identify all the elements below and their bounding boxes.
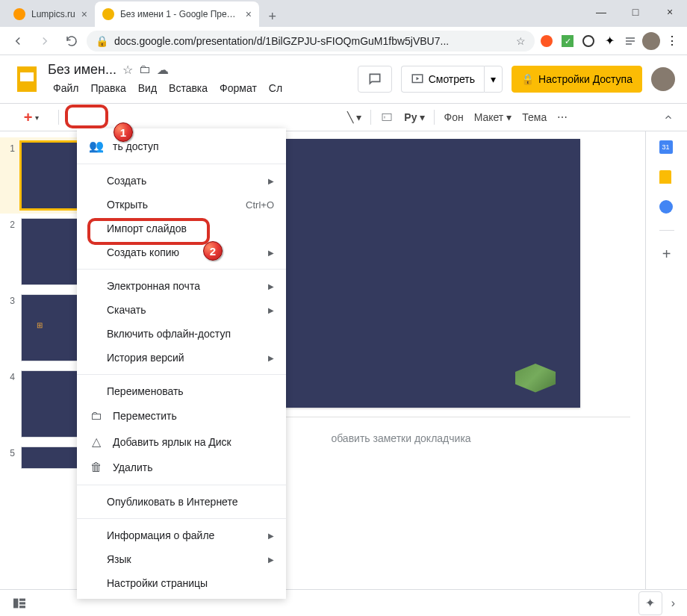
extensions-button[interactable]: ✦ bbox=[600, 32, 618, 50]
menu-version-history[interactable]: История версий ▶ bbox=[77, 346, 286, 370]
comments-button[interactable] bbox=[358, 66, 392, 93]
menu-add-shortcut[interactable]: △ Добавить ярлык на Диск bbox=[77, 429, 286, 455]
close-button[interactable]: × bbox=[653, 0, 687, 24]
browser-tab[interactable]: Lumpics.ru × bbox=[6, 1, 95, 27]
menu-move[interactable]: 🗀 Переместить bbox=[77, 403, 286, 429]
menu-format[interactable]: Формат bbox=[214, 79, 262, 97]
move-icon[interactable]: 🗀 bbox=[139, 63, 151, 76]
url-text: docs.google.com/presentation/d/1BilGZPJU… bbox=[114, 35, 510, 47]
menu-more[interactable]: Сл bbox=[264, 79, 287, 97]
chevron-right-icon: ▶ bbox=[268, 249, 274, 257]
background-button[interactable]: Фон bbox=[439, 108, 467, 126]
forward-button[interactable] bbox=[33, 29, 57, 53]
menu-separator bbox=[77, 374, 286, 375]
slide-number: 4 bbox=[6, 370, 15, 438]
account-avatar[interactable] bbox=[651, 67, 675, 91]
explore-button[interactable]: ✦ bbox=[638, 591, 662, 615]
cloud-icon[interactable]: ☁ bbox=[157, 63, 169, 77]
profile-avatar[interactable] bbox=[642, 32, 660, 50]
extension-icon[interactable]: ✓ bbox=[559, 32, 576, 50]
menu-separator bbox=[77, 164, 286, 164]
menu-button[interactable]: ⋮ bbox=[663, 32, 681, 50]
menu-download[interactable]: Скачать ▶ bbox=[77, 298, 286, 322]
menu-file-info[interactable]: Информация о файле ▶ bbox=[77, 523, 286, 547]
doc-info: Без имен... ☆ 🗀 ☁ Файл Правка Вид Вставк… bbox=[48, 62, 352, 97]
toolbar: +▾ ╲ ▾ Py ▾ Фон Макет ▾ Тема ⋯ bbox=[0, 103, 687, 131]
file-menu-dropdown: 👥 ть доступ Создать ▶ Открыть Ctrl+O Имп… bbox=[77, 128, 286, 599]
keep-icon[interactable] bbox=[659, 170, 674, 185]
menu-insert[interactable]: Вставка bbox=[164, 79, 213, 97]
present-button[interactable]: Смотреть bbox=[401, 66, 484, 93]
menu-language[interactable]: Язык ▶ bbox=[77, 547, 286, 571]
annotation-marker-2: 2 bbox=[203, 241, 223, 261]
menu-delete[interactable]: 🗑 Удалить bbox=[77, 455, 286, 480]
transition-button[interactable]: Py ▾ bbox=[400, 108, 429, 126]
slides-logo-icon[interactable] bbox=[12, 64, 42, 94]
menu-edit[interactable]: Правка bbox=[85, 79, 131, 97]
browser-tab-active[interactable]: Без имени 1 - Google Презента × bbox=[95, 1, 259, 27]
chevron-right-icon[interactable]: › bbox=[671, 597, 675, 610]
star-icon[interactable]: ☆ bbox=[122, 63, 133, 77]
folder-icon: 🗀 bbox=[89, 409, 104, 423]
url-input[interactable]: 🔒 docs.google.com/presentation/d/1BilGZP… bbox=[87, 31, 535, 52]
menu-offline[interactable]: Включить офлайн-доступ bbox=[77, 322, 286, 346]
maximize-button[interactable]: □ bbox=[618, 0, 653, 24]
textbox-tool[interactable] bbox=[376, 108, 398, 127]
reload-button[interactable] bbox=[60, 29, 84, 53]
back-button[interactable] bbox=[6, 29, 30, 53]
share-icon: 👥 bbox=[89, 139, 104, 153]
menu-email[interactable]: Электронная почта ▶ bbox=[77, 274, 286, 298]
minimize-button[interactable]: — bbox=[584, 0, 618, 24]
menu-separator bbox=[77, 485, 286, 485]
favicon-icon bbox=[102, 8, 114, 20]
window-controls: — □ × bbox=[584, 0, 687, 24]
tab-title: Без имени 1 - Google Презента bbox=[120, 9, 240, 19]
reading-list-icon[interactable] bbox=[621, 32, 639, 50]
drive-icon: △ bbox=[89, 435, 104, 449]
doc-title[interactable]: Без имен... bbox=[48, 62, 116, 78]
menu-import-slides[interactable]: Импорт слайдов bbox=[77, 217, 286, 240]
collapse-toolbar[interactable] bbox=[659, 109, 678, 125]
extension-icon[interactable] bbox=[538, 32, 556, 50]
present-dropdown[interactable]: ▾ bbox=[484, 66, 503, 93]
chevron-right-icon: ▶ bbox=[268, 306, 274, 314]
menu-new[interactable]: Создать ▶ bbox=[77, 169, 286, 193]
slide-number: 3 bbox=[6, 294, 15, 361]
share-button[interactable]: 🔒 Настройки Доступа bbox=[512, 66, 642, 93]
menu-view[interactable]: Вид bbox=[133, 79, 162, 97]
add-addon-icon[interactable]: + bbox=[659, 246, 674, 261]
menu-rename[interactable]: Переименовать bbox=[77, 379, 286, 403]
line-tool[interactable]: ╲ ▾ bbox=[343, 108, 366, 126]
menu-publish[interactable]: Опубликовать в Интернете bbox=[77, 490, 286, 514]
svg-rect-3 bbox=[13, 598, 18, 608]
chevron-right-icon: ▶ bbox=[268, 177, 274, 185]
chevron-right-icon: ▶ bbox=[268, 282, 274, 290]
menu-file[interactable]: Файл bbox=[48, 79, 84, 97]
extension-icon[interactable] bbox=[579, 32, 597, 50]
menu-make-copy[interactable]: Создать копию ▶ bbox=[77, 240, 286, 264]
theme-button[interactable]: Тема bbox=[517, 108, 551, 126]
menu-open[interactable]: Открыть Ctrl+O bbox=[77, 193, 286, 217]
star-icon[interactable]: ☆ bbox=[516, 35, 526, 47]
chevron-right-icon: ▶ bbox=[268, 556, 274, 564]
calendar-icon[interactable]: 31 bbox=[659, 140, 674, 155]
svg-rect-4 bbox=[19, 598, 25, 600]
slide-number: 5 bbox=[6, 447, 15, 469]
slide-image[interactable] bbox=[502, 355, 569, 396]
slide-number: 2 bbox=[6, 218, 15, 285]
svg-rect-6 bbox=[19, 606, 25, 608]
new-slide-button[interactable]: +▾ bbox=[9, 106, 54, 128]
menu-page-setup[interactable]: Настройки страницы bbox=[77, 571, 286, 595]
app-header: Без имен... ☆ 🗀 ☁ Файл Правка Вид Вставк… bbox=[0, 55, 687, 103]
tasks-icon[interactable] bbox=[659, 200, 674, 215]
menu-share[interactable]: 👥 ть доступ bbox=[77, 133, 286, 159]
close-icon[interactable]: × bbox=[81, 8, 87, 20]
close-icon[interactable]: × bbox=[246, 8, 252, 20]
tab-title: Lumpics.ru bbox=[31, 9, 75, 19]
new-tab-button[interactable]: + bbox=[262, 6, 283, 27]
more-tools[interactable]: ⋯ bbox=[553, 108, 572, 126]
filmstrip-toggle[interactable] bbox=[12, 597, 27, 609]
lock-icon: 🔒 bbox=[96, 35, 108, 47]
svg-rect-1 bbox=[382, 114, 391, 121]
layout-button[interactable]: Макет ▾ bbox=[470, 108, 517, 126]
